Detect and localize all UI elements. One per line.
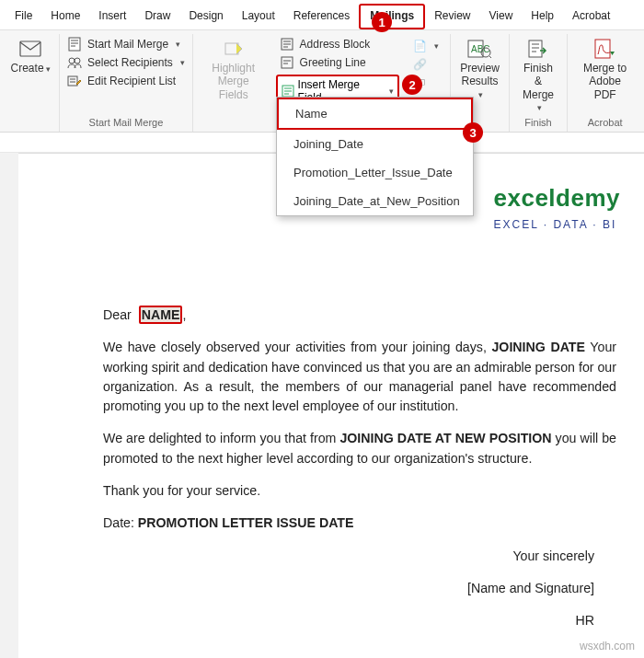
- group-start-label: Start Mail Merge: [63, 115, 189, 130]
- match-fields-button: 🔗: [408, 56, 443, 73]
- logo-subtitle: EXCEL · DATA · BI: [494, 216, 620, 233]
- edit-recipient-list-label: Edit Recipient List: [87, 75, 176, 87]
- paragraph-2: We are delighted to inform you that from…: [103, 429, 616, 468]
- greeting-line-button[interactable]: Greeting Line: [276, 54, 400, 71]
- merge-adobe-label: Merge to Adobe PDF: [577, 62, 633, 101]
- pdf-icon: [592, 38, 618, 60]
- merge-field-new-position-date: JOINING DATE AT NEW POSITION: [339, 431, 551, 445]
- start-mail-merge-button[interactable]: Start Mail Merge ▾: [63, 36, 189, 52]
- callout-2: 2: [402, 75, 422, 95]
- finish-merge-button[interactable]: Finish & Merge ▾: [513, 36, 563, 115]
- highlight-icon: [221, 38, 247, 60]
- menu-item-design[interactable]: Design: [179, 6, 232, 28]
- dropdown-item-joining_date[interactable]: Joining_Date: [277, 130, 473, 158]
- address-block-icon: [280, 37, 294, 52]
- date-line: Date: PROMOTION LETTER ISSUE DATE: [103, 514, 616, 533]
- highlight-label: Highlight Merge Fields: [202, 62, 265, 101]
- chevron-down-icon: ▾: [46, 64, 51, 74]
- paragraph-thanks: Thank you for your service.: [103, 481, 616, 501]
- insert-merge-field-dropdown: NameJoining_DatePromotion_Letter_Issue_D…: [276, 97, 474, 216]
- dropdown-item-joining_date_at_new_position[interactable]: Joining_Date_at_New_Position: [277, 187, 473, 215]
- chevron-down-icon: ▾: [537, 103, 542, 113]
- group-create: Create▾: [2, 34, 60, 132]
- menu-item-layout[interactable]: Layout: [233, 6, 284, 28]
- match-icon: 🔗: [412, 57, 427, 72]
- edit-recipient-list-button[interactable]: Edit Recipient List: [63, 73, 189, 89]
- svg-point-2: [69, 58, 75, 63]
- finish-icon: [525, 38, 551, 60]
- vertical-ruler[interactable]: [0, 153, 18, 658]
- merge-field-issue-date: PROMOTION LETTER ISSUE DATE: [138, 515, 354, 530]
- chevron-down-icon: ▾: [478, 90, 483, 100]
- people-icon: [67, 55, 82, 70]
- rules-button[interactable]: 📄▾: [408, 38, 443, 54]
- chevron-down-icon: ▾: [434, 41, 439, 51]
- merge-adobe-button[interactable]: Merge to Adobe PDF: [571, 36, 638, 115]
- p2a: We are delighted to inform you that from: [103, 431, 339, 445]
- document-page[interactable]: exceldemy EXCEL · DATA · BI Dear NAME, W…: [18, 153, 644, 658]
- highlight-merge-fields-button: Highlight Merge Fields: [197, 36, 270, 115]
- closing-hr: HR: [103, 611, 616, 630]
- finish-label: Finish & Merge: [519, 62, 558, 101]
- group-start-mail-merge: Start Mail Merge ▾ Select Recipients ▾ E…: [60, 34, 193, 132]
- svg-rect-12: [529, 40, 542, 57]
- menu-bar: FileHomeInsertDrawDesignLayoutReferences…: [0, 0, 644, 30]
- merge-field-icon: [282, 85, 294, 98]
- paragraph-1: We have closely observed your activities…: [103, 338, 616, 416]
- edit-list-icon: [67, 74, 82, 88]
- dear-text: Dear: [103, 307, 132, 322]
- logo-title: exceldemy: [494, 180, 620, 216]
- source-watermark: wsxdh.com: [580, 640, 635, 652]
- group-acrobat-label: Acrobat: [571, 115, 638, 130]
- group-acrobat: Merge to Adobe PDF Acrobat: [568, 34, 642, 132]
- merge-field-name[interactable]: NAME: [139, 306, 183, 324]
- dropdown-item-name[interactable]: Name: [277, 98, 473, 130]
- callout-1: 1: [372, 12, 392, 32]
- p1a: We have closely observed your activities…: [103, 340, 491, 354]
- preview-icon: ABC: [466, 38, 492, 60]
- menu-item-draw[interactable]: Draw: [135, 6, 179, 28]
- watermark-logo: exceldemy EXCEL · DATA · BI: [494, 180, 620, 233]
- menu-item-references[interactable]: References: [284, 6, 359, 28]
- callout-3: 3: [463, 122, 483, 143]
- comma: ,: [182, 307, 186, 322]
- select-recipients-label: Select Recipients: [87, 56, 173, 69]
- svg-text:ABC: ABC: [471, 44, 490, 54]
- group-finish-label: Finish: [513, 115, 563, 130]
- menu-item-review[interactable]: Review: [425, 6, 479, 28]
- address-block-button[interactable]: Address Block: [276, 36, 400, 52]
- menu-item-view[interactable]: View: [480, 6, 523, 28]
- chevron-down-icon: ▾: [180, 58, 185, 67]
- select-recipients-button[interactable]: Select Recipients ▾: [63, 54, 189, 71]
- group-create-label: [6, 115, 55, 130]
- greeting-line-label: Greeting Line: [300, 56, 366, 69]
- date-label: Date:: [103, 515, 138, 530]
- address-block-label: Address Block: [300, 38, 371, 51]
- svg-rect-1: [69, 38, 80, 51]
- rules-icon: 📄: [412, 39, 427, 53]
- closing-signature: [Name and Signature]: [103, 579, 616, 598]
- menu-item-mailings[interactable]: Mailings: [359, 4, 425, 29]
- closing-sincerely: Your sincerely: [103, 547, 616, 566]
- merge-field-joining-date: JOINING DATE: [491, 340, 585, 354]
- chevron-down-icon: ▾: [389, 87, 394, 96]
- menu-item-file[interactable]: File: [6, 6, 41, 28]
- svg-rect-4: [68, 76, 77, 86]
- salutation-line: Dear NAME,: [103, 306, 616, 325]
- dropdown-item-promotion_letter_issue_date[interactable]: Promotion_Letter_Issue_Date: [277, 158, 473, 187]
- menu-item-home[interactable]: Home: [41, 6, 89, 28]
- create-button[interactable]: Create▾: [6, 36, 55, 115]
- menu-item-help[interactable]: Help: [522, 6, 563, 28]
- chevron-down-icon: ▾: [176, 40, 180, 49]
- menu-item-acrobat[interactable]: Acrobat: [563, 6, 619, 28]
- preview-label: Preview Results: [460, 62, 500, 88]
- svg-rect-0: [20, 41, 40, 56]
- greeting-icon: [280, 55, 294, 70]
- svg-point-3: [75, 58, 80, 63]
- envelope-icon: [17, 38, 43, 60]
- svg-rect-5: [225, 43, 238, 54]
- menu-item-insert[interactable]: Insert: [89, 6, 135, 28]
- start-mail-merge-label: Start Mail Merge: [87, 38, 168, 51]
- group-finish: Finish & Merge ▾ Finish: [510, 34, 568, 132]
- page-area: exceldemy EXCEL · DATA · BI Dear NAME, W…: [0, 153, 644, 658]
